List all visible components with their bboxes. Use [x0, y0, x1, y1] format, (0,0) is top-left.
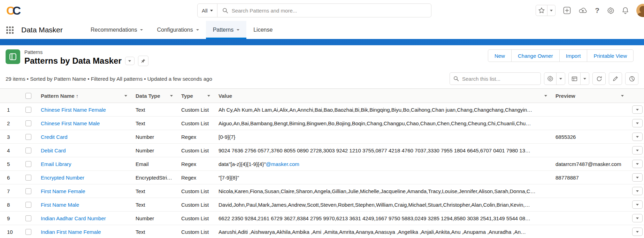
row-action-button[interactable] — [632, 187, 643, 195]
pattern-name-link[interactable]: Indian Aadhar Card Number — [41, 215, 106, 221]
setup-button[interactable] — [607, 7, 614, 14]
list-meta-bar: 29 items • Sorted by Pattern Name • Filt… — [0, 70, 644, 88]
display-as-menu-button[interactable] — [580, 73, 589, 85]
column-data-type[interactable]: Data Type — [131, 89, 177, 103]
pattern-name-link[interactable]: First Name Male — [41, 202, 79, 208]
cell-data-type: Number — [131, 212, 177, 225]
charts-button[interactable] — [625, 72, 638, 85]
table-icon — [572, 76, 577, 82]
refresh-button[interactable] — [592, 72, 606, 85]
table-row: 5Email LibraryEmailRegexdata"[a-z]{4}[1-… — [0, 157, 644, 171]
cell-data-type: Text — [131, 103, 177, 117]
import-button[interactable]: Import — [559, 49, 588, 62]
chevron-down-icon — [621, 95, 624, 97]
pattern-name-link[interactable]: Chinese First Name Female — [41, 107, 106, 113]
display-as-table-button[interactable] — [569, 73, 580, 85]
cell-value: [0-9]{7} — [214, 130, 551, 144]
row-number: 8 — [0, 198, 21, 212]
printable-view-button[interactable]: Printable View — [587, 49, 634, 62]
cell-value: "[7-9]{8}" — [214, 171, 551, 184]
list-settings-menu-button[interactable] — [556, 73, 565, 85]
pattern-name-link[interactable]: First Name Female — [41, 188, 85, 194]
pattern-name-link[interactable]: Encrypted Number — [41, 175, 84, 181]
row-number: 7 — [0, 184, 21, 198]
row-checkbox[interactable] — [25, 161, 31, 167]
cell-value: Ah Cy,Ah Kum,Ah Lam,Ai,Alix,An,Annchi,Ba… — [214, 103, 551, 117]
column-preview[interactable]: Preview — [551, 89, 628, 103]
pin-list-button[interactable] — [138, 56, 148, 66]
change-owner-button[interactable]: Change Owner — [511, 49, 560, 62]
deploy-button[interactable] — [578, 7, 587, 14]
list-view-selector-button[interactable] — [125, 57, 135, 65]
pattern-name-link[interactable]: Debit Card — [41, 148, 66, 153]
row-checkbox[interactable] — [25, 175, 31, 181]
patterns-entity-icon — [6, 49, 20, 64]
global-actions-button[interactable] — [563, 7, 571, 14]
row-checkbox[interactable] — [25, 134, 31, 140]
row-action-button[interactable] — [632, 173, 643, 182]
row-action-button[interactable] — [632, 160, 643, 168]
row-actions-header — [628, 89, 644, 103]
cell-type: Custom List — [177, 144, 214, 157]
row-number: 3 — [0, 130, 21, 144]
pattern-name-link[interactable]: Chinese First Name Male — [41, 120, 100, 126]
cell-value: David,John,Paul,Mark,James,Andrew,Scott,… — [214, 198, 551, 212]
tab-configurations[interactable]: Configurations — [150, 21, 206, 39]
app-launcher-icon[interactable] — [6, 26, 14, 34]
row-action-button[interactable] — [632, 146, 643, 154]
pattern-name-link[interactable]: Indian First Name Female — [41, 229, 101, 235]
nav-tabs: Recommendations Configurations Patterns … — [84, 21, 279, 39]
table-row: 4Debit CardNumberCustom List9024 7636 27… — [0, 144, 644, 157]
pattern-rows: 1Chinese First Name FemaleTextCustom Lis… — [0, 103, 644, 238]
row-checkbox[interactable] — [25, 215, 31, 221]
list-search-input[interactable] — [462, 76, 537, 82]
pattern-name-link[interactable]: Credit Card — [41, 134, 68, 140]
column-type[interactable]: Type — [177, 89, 214, 103]
row-checkbox[interactable] — [25, 148, 31, 153]
global-search-input[interactable] — [232, 8, 431, 14]
chevron-down-icon — [636, 177, 639, 178]
column-value[interactable]: Value — [214, 89, 551, 103]
new-button[interactable]: New — [488, 49, 512, 62]
cell-value: data"[a-z]{4}[1-9]{4}"@masker.com — [214, 157, 551, 171]
value-text: Aiguo,An,Bai,Bambang,Bengt,Biming,Bingwe… — [219, 120, 531, 126]
help-button[interactable]: ? — [595, 6, 599, 15]
cell-preview: 88778887 — [551, 171, 628, 184]
chevron-down-icon — [636, 122, 639, 124]
value-email-link[interactable]: @masker.com — [266, 161, 299, 167]
row-action-button[interactable] — [632, 105, 643, 114]
pattern-name-link[interactable]: Email Library — [41, 161, 71, 167]
row-number: 10 — [0, 225, 21, 238]
edit-button[interactable] — [609, 72, 622, 85]
row-checkbox[interactable] — [25, 229, 31, 235]
list-settings-button[interactable] — [544, 73, 556, 85]
sort-asc-icon: ↑ — [76, 93, 79, 99]
row-checkbox[interactable] — [25, 188, 31, 194]
row-checkbox[interactable] — [25, 120, 31, 126]
row-action-button[interactable] — [632, 214, 643, 222]
row-action-button[interactable] — [632, 228, 643, 236]
row-action-button[interactable] — [632, 200, 643, 209]
cell-data-type: Number — [131, 130, 177, 144]
cell-data-type: Text — [131, 184, 177, 198]
search-scope-dropdown[interactable]: All — [198, 4, 217, 17]
select-all-checkbox[interactable] — [25, 93, 31, 99]
value-text: 6622 2350 9284,2161 6729 3627,8384 2795 … — [219, 215, 530, 221]
favorites-menu-button[interactable] — [547, 5, 555, 16]
row-number: 6 — [0, 171, 21, 184]
cell-data-type: Email — [131, 157, 177, 171]
row-checkbox[interactable] — [25, 202, 31, 208]
value-text: Aarushi,Aditi ,Aishwarya,Akhila,Ambika ,… — [219, 229, 526, 235]
notifications-button[interactable] — [622, 7, 629, 14]
row-action-button[interactable] — [632, 133, 643, 141]
column-pattern-name[interactable]: Pattern Name↑ — [37, 89, 131, 103]
row-action-button[interactable] — [632, 119, 643, 127]
chevron-down-icon — [636, 136, 639, 138]
avatar[interactable] — [636, 4, 644, 17]
tab-patterns[interactable]: Patterns — [206, 21, 247, 39]
favorites-star-button[interactable] — [536, 5, 547, 16]
row-checkbox[interactable] — [25, 107, 31, 113]
cell-value: 6622 2350 9284,2161 6729 3627,8384 2795 … — [214, 212, 551, 225]
tab-license[interactable]: License — [246, 21, 279, 39]
tab-recommendations[interactable]: Recommendations — [84, 21, 150, 39]
